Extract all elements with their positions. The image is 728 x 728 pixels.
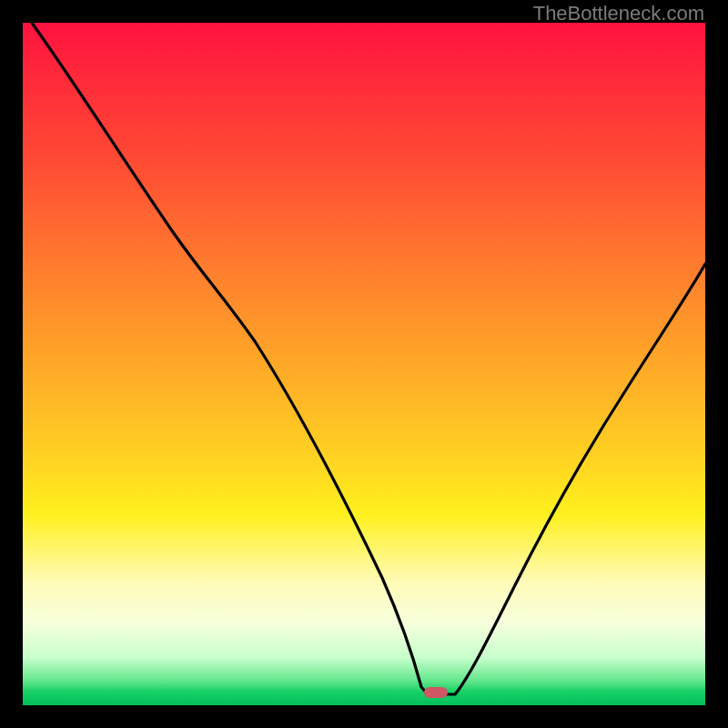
chart-frame: TheBottleneck.com: [0, 0, 728, 728]
bottleneck-curve: [23, 23, 705, 705]
plot-area: [23, 23, 705, 705]
watermark-text: TheBottleneck.com: [533, 2, 704, 25]
optimum-marker: [424, 687, 448, 698]
